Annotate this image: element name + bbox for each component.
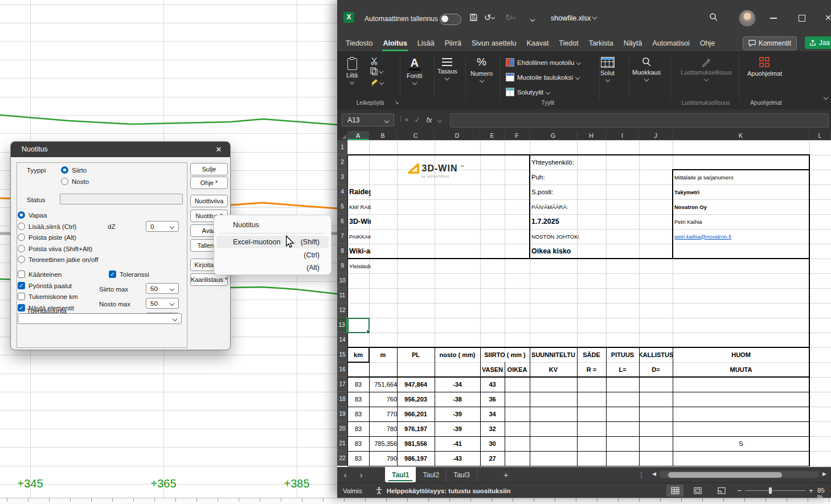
zoom-level[interactable]: 85 %	[817, 487, 831, 498]
redo-icon[interactable]: ↻	[505, 13, 515, 23]
radio-mode-0[interactable]	[18, 211, 25, 219]
tab-tarkista[interactable]: Tarkista	[584, 35, 619, 51]
cell-B19[interactable]: 770	[369, 407, 399, 421]
cell-A5[interactable]: KM/ RAIDE NRO:	[347, 199, 371, 214]
cell-E19[interactable]: 34	[480, 407, 505, 421]
styles-item-1[interactable]: Muotoile taulukoksi	[506, 73, 579, 81]
horizontal-scrollbar[interactable]: ◀ ▶	[652, 470, 826, 479]
column-header-H[interactable]: H	[577, 131, 606, 140]
context-menu-item--alt-[interactable]: (Alt)	[216, 261, 329, 274]
cells-menu-button[interactable]: Solut	[600, 57, 615, 81]
cell-I16[interactable]: L=	[606, 362, 639, 377]
close-button[interactable]: ✕	[822, 11, 831, 24]
zoom-in-icon[interactable]: +	[809, 486, 813, 495]
tab-sivun asettelu[interactable]: Sivun asettelu	[466, 35, 522, 51]
checkbox-toleranssi[interactable]: ✓	[109, 271, 116, 278]
user-avatar[interactable]	[739, 10, 756, 27]
cell-E17[interactable]: 43	[480, 377, 505, 392]
cell-G8[interactable]: Oikea kisko	[530, 244, 579, 259]
row-header-12[interactable]: 12	[337, 303, 347, 318]
row-header-10[interactable]: 10	[337, 273, 347, 288]
column-header-D[interactable]: D	[435, 131, 480, 140]
sheet-tab-taul2[interactable]: Taul2	[416, 467, 447, 482]
tab-lisää[interactable]: Lisää	[412, 35, 440, 51]
row-header-21[interactable]: 21	[337, 436, 347, 451]
row-header-19[interactable]: 19	[337, 407, 347, 421]
radio-nosto[interactable]	[61, 178, 68, 185]
cell-G6[interactable]: 1.7.2025	[530, 214, 579, 229]
cell-F16[interactable]: OIKEA	[505, 362, 530, 377]
cell-A6[interactable]: 3D-Win 2025	[347, 214, 371, 229]
checkbox-2[interactable]	[18, 293, 25, 300]
cell-A21[interactable]: 83	[347, 436, 369, 451]
radio-mode-4[interactable]	[18, 256, 25, 263]
normal-view-button[interactable]	[666, 485, 683, 497]
cell-D22[interactable]: -43	[435, 451, 480, 466]
cell-J15[interactable]: KALLISTUS	[639, 347, 673, 362]
sheet-tab-taul3[interactable]: Taul3	[447, 467, 477, 482]
number-menu-button[interactable]: % Numero	[470, 56, 493, 82]
scrollbar-thumb[interactable]	[668, 472, 782, 478]
cell-K3[interactable]: Mittalaite ja sarjanumero	[673, 170, 811, 185]
cell-E18[interactable]: 36	[480, 392, 505, 407]
dialog-button-ohje-[interactable]: Ohje *	[190, 177, 228, 189]
cell-J16[interactable]: D=	[639, 362, 673, 377]
cell-G15[interactable]: SUUNNITELTU	[530, 347, 577, 362]
dialog-button-nuottiviiva[interactable]: Nuottiviiva	[190, 195, 228, 207]
cell-A22[interactable]: 83	[347, 451, 369, 466]
search-icon[interactable]	[709, 13, 718, 22]
column-header-C[interactable]: C	[397, 131, 435, 140]
context-menu-item-excel-muotoon[interactable]: Excel-muotoon(Shift)	[216, 236, 329, 248]
cell-D15[interactable]: nosto ( mm)	[435, 347, 480, 362]
row-header-7[interactable]: 7	[337, 229, 347, 244]
page-layout-view-button[interactable]	[689, 485, 706, 497]
row-header-22[interactable]: 22	[337, 451, 347, 466]
tab-ohje[interactable]: Ohje	[695, 35, 720, 51]
cell-G4[interactable]: S.posti:	[530, 185, 579, 199]
cell-K4[interactable]: Takymetri	[673, 185, 811, 199]
cell-E15[interactable]: SIIRTO ( mm )	[480, 347, 530, 362]
radio-siirto[interactable]	[61, 166, 68, 174]
cell-H15[interactable]: SÄDE	[577, 347, 606, 362]
copy-button[interactable]	[370, 67, 383, 75]
name-box[interactable]: A13	[342, 113, 394, 126]
page-break-view-button[interactable]	[713, 485, 730, 497]
paste-button[interactable]: Liitä	[346, 58, 358, 84]
cell-A15[interactable]: km	[347, 347, 369, 362]
tab-automatisoi[interactable]: Automatisoi	[647, 35, 694, 51]
cell-C19[interactable]: 966,201	[397, 407, 435, 421]
context-menu-header[interactable]: Nuotitus	[216, 219, 329, 231]
row-header-2[interactable]: 2	[337, 155, 347, 170]
cell-A7[interactable]: PAIKKAKUNTA:	[347, 229, 371, 244]
cell-B20[interactable]: 780	[369, 421, 399, 436]
cell-C22[interactable]: 986,197	[397, 451, 435, 466]
formula-input[interactable]	[450, 113, 829, 128]
formula-bar-dots-icon[interactable]: ⋮	[398, 115, 404, 122]
tab-options-dots-icon[interactable]: ⋮	[638, 471, 645, 479]
limit-combo-1[interactable]: 50	[146, 298, 179, 309]
row-header-9[interactable]: 9	[337, 259, 347, 273]
cell-D18[interactable]: -38	[435, 392, 480, 407]
undo-icon[interactable]: ↺	[484, 13, 494, 23]
comments-button[interactable]: Kommentit	[743, 36, 797, 50]
checkbox-0[interactable]	[18, 271, 25, 278]
column-header-F[interactable]: F	[505, 131, 530, 140]
column-header-I[interactable]: I	[606, 131, 639, 140]
status-input[interactable]	[60, 194, 183, 204]
cell-E20[interactable]: 32	[480, 421, 505, 436]
insert-function-icon[interactable]: fx	[427, 116, 432, 124]
radio-mode-2[interactable]	[18, 233, 25, 241]
cell-E22[interactable]: 27	[480, 451, 505, 466]
tuentasuunta-combo[interactable]	[18, 313, 182, 324]
styles-item-2[interactable]: Solutyylit	[506, 88, 550, 96]
cell-D17[interactable]: -34	[435, 377, 480, 392]
ribbon-collapse-icon[interactable]	[824, 96, 828, 99]
row-header-6[interactable]: 6	[337, 214, 347, 229]
row-header-14[interactable]: 14	[337, 333, 347, 347]
cell-H16[interactable]: R =	[577, 362, 606, 377]
radio-mode-1[interactable]	[18, 223, 25, 230]
cell-K6[interactable]: Petri Kaihia	[673, 214, 811, 229]
row-header-18[interactable]: 18	[337, 392, 347, 407]
row-header-3[interactable]: 3	[337, 170, 347, 185]
format-painter-button[interactable]	[370, 79, 383, 87]
